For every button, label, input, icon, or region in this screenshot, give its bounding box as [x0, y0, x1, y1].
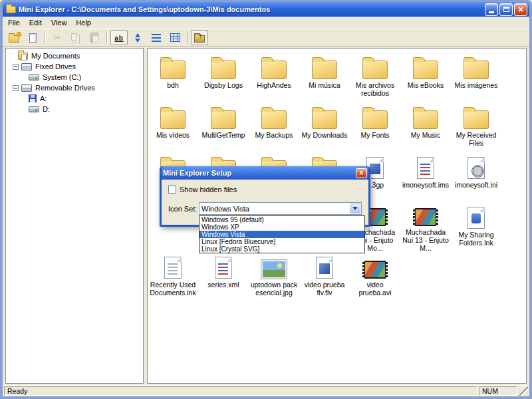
sort-button[interactable]	[129, 30, 146, 45]
file-icon-box	[211, 102, 236, 129]
copy-button[interactable]	[67, 30, 84, 45]
file-label: series.xml	[207, 281, 239, 289]
file-item[interactable]: MultiGetTemp	[198, 102, 249, 152]
file-label: video prueba.avi	[350, 281, 400, 297]
new-file-icon	[29, 33, 37, 43]
file-item[interactable]: HighAndes	[249, 53, 299, 102]
toolbar-separator	[187, 31, 188, 45]
file-icon-box	[413, 53, 438, 79]
dropdown-option[interactable]: Linux [Crystal SVG]	[200, 245, 364, 253]
tree-item-label: My Documents	[31, 52, 80, 60]
file-item[interactable]: bdh	[148, 53, 198, 102]
file-label: Mis archivos recibidos	[350, 81, 400, 97]
photo-icon	[261, 260, 287, 279]
dialog-title-bar: Mini Explorer Setup	[162, 166, 368, 180]
file-item[interactable]: Mis imágenes	[451, 53, 501, 102]
file-item[interactable]: My Received Files	[451, 102, 501, 152]
new-file-button[interactable]	[24, 30, 41, 45]
maximize-icon	[503, 7, 509, 12]
tree-view: My DocumentsFixed DrivesSystem (C:)Remov…	[5, 48, 144, 384]
file-item[interactable]: imoneysoft.ini	[451, 152, 501, 202]
close-button[interactable]	[514, 3, 527, 16]
toolbar-separator	[45, 31, 45, 45]
maximize-button[interactable]	[499, 3, 513, 16]
file-item[interactable]: video prueba flv.flv	[299, 252, 350, 302]
num-lock-indicator: NUM	[479, 386, 517, 396]
resize-grip[interactable]	[519, 386, 528, 396]
status-message: Ready	[4, 386, 477, 396]
tree-item[interactable]: Removable Drives	[6, 82, 143, 93]
list-view-button[interactable]	[148, 30, 165, 45]
up-button[interactable]	[191, 30, 208, 45]
menu-item-view[interactable]: View	[47, 17, 72, 28]
tree-item[interactable]: D:	[6, 104, 143, 114]
drives-icon	[21, 84, 32, 92]
combobox-dropdown-arrow-icon[interactable]	[350, 203, 360, 213]
file-item[interactable]: imoneysoft.ims	[400, 152, 451, 202]
tree-item[interactable]: My Documents	[6, 51, 143, 61]
file-item[interactable]: series.xml	[198, 252, 249, 302]
paste-button[interactable]	[86, 30, 103, 45]
minimize-button[interactable]	[485, 3, 498, 16]
menu-item-edit[interactable]: Edit	[25, 17, 47, 28]
folder-icon	[211, 110, 236, 129]
doc-media-icon	[316, 257, 333, 279]
dropdown-option[interactable]: Windows Vista	[200, 231, 364, 238]
file-icon-box	[261, 53, 287, 79]
tree-item[interactable]: A:	[6, 93, 143, 104]
icon-set-dropdown-list: Windows 95 (default)Windows XPWindows Vi…	[199, 215, 365, 253]
file-item[interactable]: Mi música	[299, 53, 350, 102]
new-folder-button[interactable]	[5, 30, 23, 45]
cut-button[interactable]	[49, 30, 66, 45]
tree-item-label: D:	[43, 105, 50, 113]
menu-item-file[interactable]: File	[3, 17, 25, 28]
file-item[interactable]: Muchachada Nui 13 - Enjuto M...	[400, 202, 451, 252]
toolbar-separator	[106, 31, 107, 45]
file-item[interactable]: My Backups	[249, 102, 299, 152]
file-item[interactable]: My Sharing Folders.lnk	[451, 202, 501, 252]
tree-item-label: Fixed Drives	[35, 63, 76, 70]
file-item[interactable]: video prueba.avi	[350, 252, 400, 302]
details-view-button[interactable]	[166, 30, 184, 45]
icon-set-combobox[interactable]: Windows Vista	[199, 202, 362, 215]
collapse-expander-icon[interactable]	[13, 85, 19, 91]
copy-icon	[71, 33, 77, 41]
doc-gear-icon	[467, 157, 485, 179]
show-hidden-files-label: Show hidden files	[180, 186, 237, 194]
icon-set-label: Icon Set:	[168, 205, 199, 213]
window-title: Mini Explorer - C:\Documents and Setting…	[19, 5, 483, 13]
dropdown-option[interactable]: Windows XP	[200, 223, 364, 231]
file-icon-box	[362, 53, 388, 79]
file-item[interactable]: My Music	[400, 102, 451, 152]
file-item[interactable]: Mis eBooks	[400, 53, 451, 102]
file-item[interactable]: My Fonts	[350, 102, 400, 152]
file-label: HighAndes	[257, 81, 291, 89]
file-label: My Received Files	[451, 131, 501, 147]
file-item[interactable]: Recently Used Documents.lnk	[148, 252, 198, 302]
tree-item-label: Removable Drives	[35, 84, 95, 92]
title-bar: Mini Explorer - C:\Documents and Setting…	[3, 2, 529, 17]
dropdown-option[interactable]: Linux [Fedora Bluecurve]	[200, 238, 364, 245]
file-item[interactable]: My Downloads	[299, 102, 350, 152]
dropdown-option[interactable]: Windows 95 (default)	[200, 216, 364, 223]
collapse-expander-icon[interactable]	[13, 64, 19, 70]
file-item	[451, 252, 501, 302]
app-window: Mini Explorer - C:\Documents and Setting…	[0, 0, 532, 399]
tree-item[interactable]: Fixed Drives	[6, 61, 143, 72]
file-item[interactable]: Mis archivos recibidos	[350, 53, 400, 102]
tree-item[interactable]: System (C:)	[6, 72, 143, 82]
folder-icon	[312, 110, 337, 129]
file-icon-box	[312, 102, 337, 129]
rename-icon	[114, 34, 124, 42]
menu-item-help[interactable]: Help	[71, 17, 96, 28]
file-item[interactable]: Digsby Logs	[198, 53, 249, 102]
show-hidden-files-checkbox[interactable]	[168, 186, 176, 194]
file-item[interactable]: uptodown pack esencial.jpg	[249, 252, 299, 302]
dialog-close-button[interactable]	[356, 168, 367, 178]
file-icon-box	[261, 252, 287, 279]
file-item[interactable]: Mis vídeos	[148, 102, 198, 152]
folder-icon	[362, 61, 388, 79]
file-label: video prueba flv.flv	[299, 281, 350, 297]
rename-button[interactable]	[110, 30, 128, 45]
tree-item-label: System (C:)	[43, 73, 81, 81]
